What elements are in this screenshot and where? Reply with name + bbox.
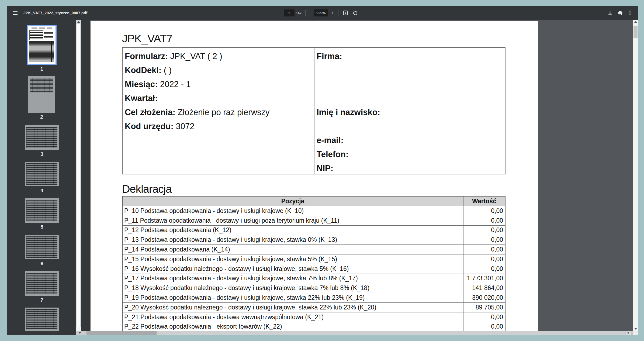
table-row: P_16 Wysokość podatku należnego - dostaw… — [123, 264, 505, 274]
table-row: P_12 Podstawa opodatkowania (K_12)0,00 — [123, 226, 505, 235]
page-number-input[interactable]: 1 — [284, 9, 295, 16]
table-row: P_22 Podstawa opodatkowania - eksport to… — [123, 322, 505, 331]
table-cell-wartosc: 89 705,00 — [463, 303, 505, 312]
sidebar-scrollbar-thumb[interactable] — [77, 24, 81, 327]
pdf-toolbar: JPK_VAT7_2022_styczen_0007.pdf 1 / 47 − … — [7, 6, 638, 20]
vertical-scrollbar-thumb[interactable] — [633, 26, 638, 38]
page-thumbnail[interactable] — [25, 198, 59, 223]
page-thumbnail[interactable] — [25, 235, 59, 259]
table-cell-pozycja: P_19 Podstawa opodatkowania - dostawy i … — [123, 293, 463, 302]
table-cell-wartosc: 0,00 — [463, 312, 505, 322]
table-cell-wartosc: 390 020,00 — [463, 293, 505, 302]
form-empty-line — [317, 63, 505, 77]
scrollbar-corner — [633, 331, 638, 335]
table-cell-wartosc: 0,00 — [463, 235, 505, 244]
page-thumbnail-number: 7 — [25, 297, 59, 303]
page-thumbnail-preview — [25, 235, 59, 259]
table-row: P_19 Podstawa opodatkowania - dostawy i … — [123, 293, 505, 303]
form-field: Firma: — [317, 49, 505, 63]
table-header-row: Pozycja Wartość — [123, 197, 505, 206]
page-thumbnail-number: 4 — [25, 188, 59, 194]
form-left-column: Formularz: JPK_VAT ( 2 )KodDekl: ( )Mies… — [123, 48, 314, 174]
pdf-page: JPK_VAT7 Formularz: JPK_VAT ( 2 )KodDekl… — [91, 21, 538, 331]
form-empty-line — [317, 119, 505, 133]
table-cell-pozycja: P_18 Wysokość podatku należnego - dostaw… — [123, 283, 463, 293]
page-thumbnail-preview — [25, 162, 59, 186]
page-thumbnail[interactable] — [25, 308, 59, 331]
table-cell-wartosc: 0,00 — [463, 226, 505, 235]
rotate-icon[interactable] — [351, 8, 360, 18]
table-row: P_18 Wysokość podatku należnego - dostaw… — [123, 283, 505, 293]
table-header-wartosc: Wartość — [463, 197, 505, 206]
sidebar-scroll-up-icon[interactable] — [76, 20, 81, 24]
table-body: P_10 Podstawa opodatkowania - dostawy i … — [123, 206, 505, 331]
sidebar-scrollbar[interactable] — [76, 20, 81, 331]
page-thumbnail[interactable] — [25, 125, 59, 150]
form-field: Imię i nazwisko: — [317, 105, 505, 119]
zoom-in-button[interactable]: + — [329, 6, 337, 20]
form-field: Kwartał: — [125, 91, 314, 105]
table-cell-wartosc: 0,00 — [463, 264, 505, 274]
table-cell-pozycja: P_15 Podstawa opodatkowania - dostawy i … — [123, 254, 463, 264]
scroll-up-icon[interactable] — [633, 20, 638, 24]
vertical-scrollbar[interactable] — [633, 20, 638, 331]
form-field: Cel złożenia: Złożenie po raz pierwszy — [125, 105, 314, 119]
table-cell-pozycja: P_16 Wysokość podatku należnego - dostaw… — [123, 264, 463, 274]
sidebar-scroll-down-icon[interactable] — [76, 331, 86, 335]
page-thumbnail[interactable] — [25, 271, 59, 296]
document-filename: JPK_VAT7_2022_styczen_0007.pdf — [23, 6, 87, 20]
horizontal-scrollbar-thumb[interactable] — [157, 331, 625, 335]
fit-to-page-icon[interactable] — [341, 8, 350, 18]
screen: JPK_VAT7_2022_styczen_0007.pdf 1 / 47 − … — [0, 0, 644, 341]
table-row: P_17 Podstawa opodatkowania - dostawy i … — [123, 274, 505, 284]
page-thumbnail-number: 5 — [25, 224, 59, 230]
table-cell-pozycja: P_13 Podstawa opodatkowania - dostawy i … — [123, 235, 463, 244]
table-row: P_15 Podstawa opodatkowania - dostawy i … — [123, 254, 505, 264]
horizontal-scrollbar-track[interactable] — [86, 331, 157, 335]
form-field: Formularz: JPK_VAT ( 2 ) — [125, 49, 314, 63]
horizontal-scrollbar[interactable] — [76, 331, 638, 335]
table-cell-wartosc: 1 773 301,00 — [463, 274, 505, 283]
table-row: P_14 Podstawa opodatkowana (K_14)0,00 — [123, 245, 505, 254]
table-cell-wartosc: 0,00 — [463, 254, 505, 264]
table-cell-pozycja: P_11 Podstawa opodatkowania - dostawy i … — [123, 216, 463, 225]
page-thumbnail[interactable] — [27, 25, 57, 65]
print-icon[interactable] — [616, 8, 625, 18]
page-thumbnail[interactable] — [28, 76, 55, 113]
table-row: P_11 Podstawa opodatkowania - dostawy i … — [123, 216, 505, 226]
page-thumbnail[interactable] — [25, 162, 59, 186]
more-options-icon[interactable] — [625, 8, 635, 18]
page-thumbnail-preview — [28, 76, 55, 113]
page-thumbnail-preview — [25, 125, 59, 150]
table-cell-wartosc: 0,00 — [463, 206, 505, 216]
form-field: e-mail: — [317, 133, 505, 147]
page-thumbnail-preview — [25, 308, 59, 331]
table-row: P_10 Podstawa opodatkowania - dostawy i … — [123, 206, 505, 216]
page-thumbnail-preview — [25, 271, 59, 296]
menu-icon[interactable] — [12, 10, 19, 16]
table-cell-wartosc: 141 864,00 — [463, 283, 505, 293]
page-count-label: / 47 — [296, 6, 302, 20]
table-row: P_20 Wysokość podatku należnego - dostaw… — [123, 303, 505, 312]
form-field: Miesiąc: 2022 - 1 — [125, 77, 314, 91]
scroll-down-icon[interactable] — [633, 327, 638, 331]
page-title: JPK_VAT7 — [122, 32, 172, 45]
download-icon[interactable] — [605, 8, 615, 18]
table-cell-pozycja: P_17 Podstawa opodatkowania - dostawy i … — [123, 274, 463, 283]
form-field: NIP: — [317, 161, 505, 175]
zoom-level-input[interactable]: 229% — [314, 9, 328, 16]
table-cell-pozycja: P_10 Podstawa opodatkowania - dostawy i … — [123, 206, 463, 216]
table-cell-pozycja: P_12 Podstawa opodatkowania (K_12) — [123, 226, 463, 235]
scroll-right-icon[interactable] — [626, 331, 631, 335]
form-right-column: Firma:Imię i nazwisko:e-mail:Telefon:NIP… — [314, 48, 505, 174]
table-row: P_13 Podstawa opodatkowania - dostawy i … — [123, 235, 505, 245]
zoom-out-button[interactable]: − — [306, 6, 314, 20]
table-cell-pozycja: P_22 Podstawa opodatkowania - eksport to… — [123, 322, 463, 331]
table-row: P_21 Podstawa opodatkowania - dostawa we… — [123, 312, 505, 322]
form-empty-line — [317, 77, 505, 91]
table-cell-wartosc: 0,00 — [463, 245, 505, 254]
table-cell-pozycja: P_14 Podstawa opodatkowana (K_14) — [123, 245, 463, 254]
page-thumbnail-number: 3 — [25, 151, 59, 157]
table-cell-wartosc: 0,00 — [463, 322, 505, 331]
form-field: KodDekl: ( ) — [125, 63, 314, 77]
